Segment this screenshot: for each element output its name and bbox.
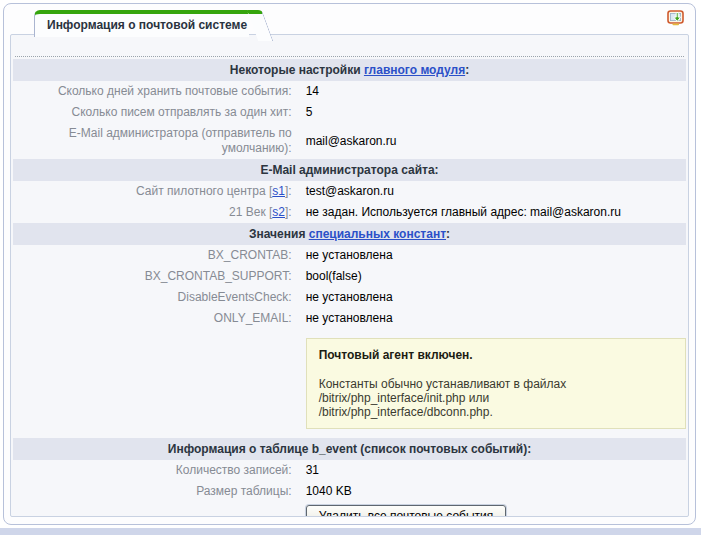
row-value: не установлена [296, 287, 686, 308]
note-title: Почтовый агент включен. [319, 348, 673, 362]
table-row: 21 Век [s2]: не задан. Используется глав… [13, 202, 686, 223]
site-s2-link[interactable]: s2 [272, 205, 285, 219]
row-label: Количество записей: [13, 460, 296, 481]
special-constants-link[interactable]: специальных констант [309, 227, 446, 241]
section-heading-main-module: Некоторые настройки главного модуля: [13, 59, 686, 81]
dotted-separator [15, 56, 684, 57]
row-value: 5 [296, 102, 686, 123]
table-row: BX_CRONTAB: не установлена [13, 245, 686, 266]
table-row: Сколько дней хранить почтовые события: 1… [13, 81, 686, 102]
row-value: 1040 KB [296, 481, 686, 502]
row-label: Сколько писем отправлять за один хит: [13, 102, 296, 123]
note-row: Почтовый агент включен. Константы обычно… [13, 329, 686, 438]
row-value: test@askaron.ru [296, 181, 686, 202]
section-heading-site-admin-email: E-Mail администратора сайта: [13, 159, 686, 181]
row-value: mail@askaron.ru [296, 123, 686, 159]
row-value: bool(false) [296, 266, 686, 287]
row-label: Размер таблицы: [13, 481, 296, 502]
row-label: E-Mail администратора (отправитель по ум… [13, 123, 296, 159]
row-label: ONLY_EMAIL: [13, 308, 296, 329]
table-row: Количество записей: 31 [13, 460, 686, 481]
tab-strip: Информация о почтовой системе [4, 4, 695, 34]
table-row: E-Mail администратора (отправитель по ум… [13, 123, 686, 159]
row-value: не задан. Используется главный адрес: ma… [296, 202, 686, 223]
mail-agent-note: Почтовый агент включен. Константы обычно… [306, 338, 686, 429]
heading-text: Значения [249, 227, 309, 241]
table-row: Сколько писем отправлять за один хит: 5 [13, 102, 686, 123]
tab-mail-system-info[interactable]: Информация о почтовой системе [34, 10, 249, 37]
section-heading-b-event-table: Информация о таблице b_event (список поч… [13, 438, 686, 460]
table-row: Размер таблицы: 1040 KB [13, 481, 686, 502]
row-label: Сколько дней хранить почтовые события: [13, 81, 296, 102]
row-label: BX_CRONTAB: [13, 245, 296, 266]
note-line: Константы обычно устанавливают в файлах [319, 377, 673, 391]
note-line: /bitrix/php_interface/init.php или [319, 391, 673, 405]
table-row: DisableEventsCheck: не установлена [13, 287, 686, 308]
heading-text: E-Mail администратора сайта: [260, 163, 438, 177]
row-value: 14 [296, 81, 686, 102]
row-label: Сайт пилотного центра [s1]: [13, 181, 296, 202]
row-label: 21 Век [s2]: [13, 202, 296, 223]
table-row: BX_CRONTAB_SUPPORT: bool(false) [13, 266, 686, 287]
main-module-link[interactable]: главного модуля [364, 63, 465, 77]
tab-content-panel: Некоторые настройки главного модуля: Ско… [10, 34, 689, 517]
page-bottom-strip [0, 528, 701, 535]
monitor-download-icon[interactable] [667, 9, 685, 27]
section-heading-special-constants: Значения специальных констант: [13, 223, 686, 245]
note-line: /bitrix/php_interface/dbconn.php. [319, 405, 673, 419]
row-value: 31 [296, 460, 686, 481]
delete-all-mail-events-button[interactable]: Удалить все почтовые события [306, 505, 507, 517]
site-s1-link[interactable]: s1 [272, 184, 285, 198]
table-row: ONLY_EMAIL: не установлена [13, 308, 686, 329]
tab-title: Информация о почтовой системе [47, 18, 247, 32]
heading-text: Информация о таблице b_event (список поч… [168, 442, 531, 456]
row-value: не установлена [296, 245, 686, 266]
admin-tab-container: Информация о почтовой системе Некоторые … [3, 3, 696, 525]
settings-table: Некоторые настройки главного модуля: Ско… [13, 59, 686, 517]
heading-text: Некоторые настройки [230, 63, 364, 77]
row-label: DisableEventsCheck: [13, 287, 296, 308]
button-row: Удалить все почтовые события [13, 502, 686, 517]
table-row: Сайт пилотного центра [s1]: test@askaron… [13, 181, 686, 202]
row-label: BX_CRONTAB_SUPPORT: [13, 266, 296, 287]
row-value: не установлена [296, 308, 686, 329]
